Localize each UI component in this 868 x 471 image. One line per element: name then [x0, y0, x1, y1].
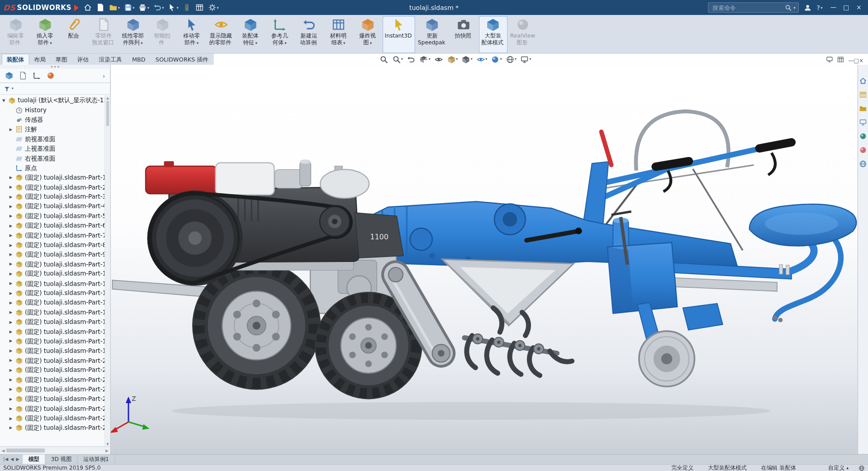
tree-filter-bar[interactable]: ▾	[0, 83, 110, 95]
command-search-box[interactable]: ▾	[708, 2, 799, 13]
qat-button[interactable]: ▾	[108, 3, 121, 12]
task-pane-icon[interactable]	[859, 77, 867, 85]
tree-part-row[interactable]: ▶ (固定) tuolaji.sldasm-Part-20<1>	[0, 356, 110, 365]
status-globe-icon[interactable]	[859, 465, 864, 471]
task-pane-icon[interactable]	[859, 160, 867, 168]
expand-collapse-icon[interactable]: ▶	[9, 185, 15, 190]
expand-collapse-icon[interactable]: ▶	[9, 426, 15, 430]
tree-part-row[interactable]: ▶ (固定) tuolaji.sldasm-Part-22<1>	[0, 375, 110, 385]
help-button[interactable]: ?▾	[816, 4, 822, 11]
tree-item[interactable]: 传感器	[0, 115, 110, 124]
graphics-viewport[interactable]: 1100	[111, 65, 858, 454]
expand-collapse-icon[interactable]: ▶	[9, 358, 15, 363]
tree-part-row[interactable]: ▶ (固定) tuolaji.sldasm-Part-3<1>	[0, 192, 110, 202]
tree-part-row[interactable]: ▶ (固定) tuolaji.sldasm-Part-2<1>	[0, 182, 110, 192]
tree-vertical-scrollbar[interactable]: ▲ ▼	[104, 95, 110, 447]
ribbon-button[interactable]: 装配体 特征▾	[236, 16, 265, 53]
status-custom[interactable]: 自定义 ▴	[828, 465, 849, 471]
expand-collapse-icon[interactable]: ▶	[9, 233, 15, 238]
view-tool-button[interactable]	[379, 55, 389, 63]
tree-part-row[interactable]: ▶ (固定) tuolaji.sldasm-Part-23<1>	[0, 385, 110, 394]
tree-part-row[interactable]: ▶ (固定) tuolaji.sldasm-Part-18<1>	[0, 337, 110, 346]
ribbon-button[interactable]: 零部件 预览窗口	[89, 16, 118, 53]
pane-split-icon[interactable]	[837, 56, 844, 63]
window-control-button[interactable]: ×	[853, 3, 865, 12]
tree-part-row[interactable]: ▶ (固定) tuolaji.sldasm-Part-15<1>	[0, 308, 110, 317]
ribbon-button[interactable]: 大型装 配体模式	[479, 16, 508, 53]
search-dropdown-icon[interactable]: ▾	[794, 5, 796, 10]
doc-window-button[interactable]: ×	[859, 57, 863, 63]
tree-item[interactable]: 前视基准面	[0, 134, 110, 144]
tree-part-row[interactable]: ▶ (固定) tuolaji.sldasm-Part-10<1>	[0, 260, 110, 269]
tree-part-row[interactable]: ▶ (固定) tuolaji.sldasm-Part-7<1>	[0, 231, 110, 240]
view-tool-button[interactable]: ▾	[392, 55, 403, 63]
ribbon-button[interactable]: 参考几 何体▾	[265, 16, 294, 53]
task-pane-icon[interactable]	[859, 119, 867, 126]
tree-part-row[interactable]: ▶ (固定) tuolaji.sldasm-Part-1<1>	[0, 173, 110, 182]
document-tab[interactable]: 运动算例1	[78, 455, 115, 464]
tree-horizontal-scrollbar[interactable]: ◀ ▶	[0, 446, 110, 454]
tree-item[interactable]: 原点	[0, 163, 110, 173]
ribbon-button[interactable]: 线性零部 件阵列▾	[119, 16, 147, 53]
filter-funnel-icon[interactable]	[4, 86, 10, 91]
panel-tab-icon[interactable]	[47, 71, 55, 80]
expand-collapse-icon[interactable]: ▶	[9, 262, 15, 266]
tree-part-row[interactable]: ▶ (固定) tuolaji.sldasm-Part-25<1>	[0, 404, 110, 414]
tree-part-row[interactable]: ▶ (固定) tuolaji.sldasm-Part-24<1>	[0, 395, 110, 404]
qat-button[interactable]	[181, 3, 192, 12]
ribbon-tab[interactable]: 渲染工具	[94, 54, 127, 65]
tree-item[interactable]: History	[0, 105, 110, 115]
expand-collapse-icon[interactable]: ▶	[9, 252, 15, 257]
ribbon-button[interactable]: 材料明 细表▾	[324, 16, 353, 53]
expand-collapse-icon[interactable]: ▶	[9, 176, 15, 180]
qat-button[interactable]	[194, 3, 205, 12]
expand-collapse-icon[interactable]: ▶	[9, 397, 15, 401]
expand-collapse-icon[interactable]: ▶	[9, 339, 15, 344]
scroll-up-icon[interactable]: ▲	[105, 96, 110, 100]
panel-expand-chevron-icon[interactable]: ›	[103, 71, 105, 79]
pane-display-icon[interactable]	[826, 56, 833, 63]
tab-nav-button[interactable]: ◀	[10, 457, 14, 462]
view-tool-button[interactable]: ▾	[476, 55, 487, 63]
tab-nav-button[interactable]: |◀	[3, 457, 8, 462]
search-input[interactable]	[711, 4, 783, 11]
view-tool-button[interactable]: ▾	[462, 55, 473, 63]
view-tool-button[interactable]: ▾	[491, 55, 502, 63]
tree-part-row[interactable]: ▶ (固定) tuolaji.sldasm-Part-8<1>	[0, 240, 110, 250]
expand-collapse-icon[interactable]: ▶	[9, 310, 15, 315]
expand-collapse-icon[interactable]: ▶	[9, 224, 15, 228]
expand-collapse-icon[interactable]: ▶	[9, 291, 15, 295]
view-tool-button[interactable]: ▾	[447, 55, 458, 63]
scrollbar-thumb[interactable]	[6, 448, 45, 452]
expand-collapse-icon[interactable]: ▶	[9, 214, 15, 219]
expand-collapse-icon[interactable]: ▶	[9, 349, 15, 353]
tree-part-row[interactable]: ▶ (固定) tuolaji.sldasm-Part-27<1>	[0, 423, 110, 433]
view-tool-button[interactable]	[434, 55, 443, 63]
scrollbar-thumb[interactable]	[106, 101, 109, 126]
task-pane-icon[interactable]	[859, 146, 867, 154]
tree-part-row[interactable]: ▶ (固定) tuolaji.sldasm-Part-6<1>	[0, 221, 110, 230]
ribbon-button[interactable]: 编辑零 部件	[1, 16, 30, 53]
view-tool-button[interactable]: ▾	[521, 55, 531, 63]
qat-button[interactable]: ▾	[123, 3, 136, 12]
expand-collapse-icon[interactable]: ▶	[9, 127, 15, 132]
window-control-button[interactable]: □	[840, 3, 852, 12]
tree-item[interactable]: 右视基准面	[0, 153, 110, 163]
view-tool-button[interactable]: ▾	[420, 55, 431, 63]
tree-root-assembly[interactable]: ▼ tuolaji (默认<默认_显示状态-1>)	[0, 96, 110, 105]
ribbon-tab[interactable]: 评估	[72, 54, 94, 65]
document-tab[interactable]: 3D 视图	[46, 455, 78, 464]
expand-collapse-icon[interactable]: ▶	[9, 407, 15, 411]
qat-button[interactable]	[95, 3, 106, 12]
expand-collapse-icon[interactable]: ▶	[9, 205, 15, 209]
window-control-button[interactable]: —	[828, 3, 840, 12]
user-account-icon[interactable]	[804, 4, 811, 11]
panel-splitter-grip[interactable]	[0, 65, 110, 69]
scroll-down-icon[interactable]: ▼	[105, 442, 110, 446]
ribbon-button[interactable]: 配合	[60, 16, 89, 53]
task-pane-icon[interactable]	[859, 105, 867, 112]
qat-button[interactable]: ▾	[167, 3, 180, 12]
ribbon-button[interactable]: 显示隐藏 的零部件	[206, 16, 235, 53]
panel-tab-icon[interactable]	[33, 71, 41, 80]
panel-tab-icon[interactable]	[5, 71, 13, 80]
